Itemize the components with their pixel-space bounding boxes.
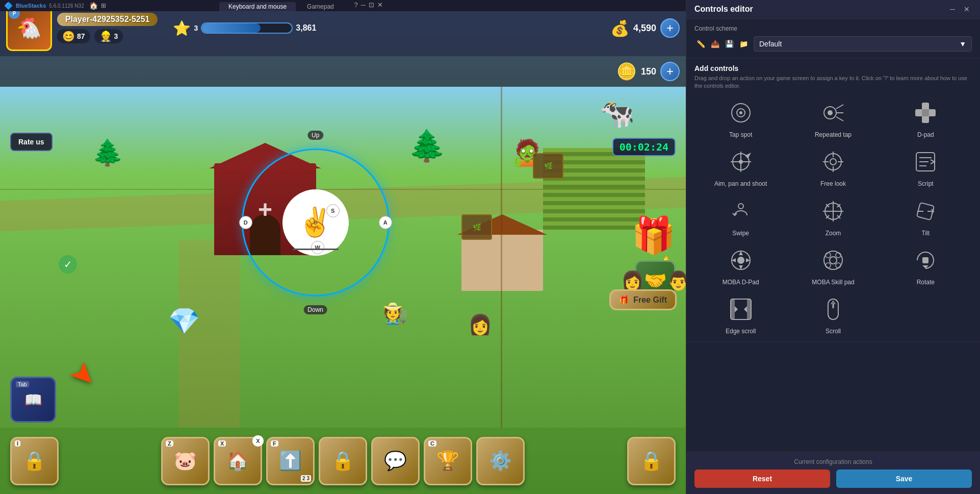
repeated-tap-label: Repeated tap <box>815 131 852 138</box>
dir-up-label: Up <box>307 131 323 140</box>
moba-dpad-icon-wrap <box>726 245 756 276</box>
panel-close-btn[interactable]: ✕ <box>962 4 972 14</box>
scheme-upload-btn[interactable]: 📁 <box>737 38 750 50</box>
toolbar-lock-right[interactable]: 🔒 <box>627 437 676 485</box>
zoom-icon-wrap <box>818 196 848 227</box>
control-aim-pan-shoot[interactable]: Aim, pan and shoot <box>699 146 783 187</box>
control-script[interactable]: Script <box>884 146 968 187</box>
toolbar-chat[interactable]: 💬 <box>371 437 420 485</box>
svg-rect-40 <box>922 257 929 263</box>
tilt-label: Tilt <box>922 230 930 237</box>
tab-game-button[interactable]: Tab 📖 <box>10 377 56 423</box>
minimize-btn[interactable]: ─ <box>361 1 366 9</box>
scheme-label: Control scheme <box>694 25 972 32</box>
add-coins-button[interactable]: + <box>660 18 680 38</box>
player-info: Player-42925352-5251 😊 87 👷 3 <box>57 13 158 43</box>
star-bar: ⭐ 3 3,861 <box>173 20 605 37</box>
svg-point-2 <box>739 111 742 114</box>
panel-minimize-btn[interactable]: ─ <box>947 4 958 14</box>
scheme-share-btn[interactable]: 📤 <box>709 38 721 50</box>
bottom-toolbar: I 🔒 Z 🐷 X 🏠 X F ⬆️ 2 3 🔒 💬 <box>0 428 686 494</box>
free-gift-box[interactable]: 🎁 Free Gift <box>609 289 677 310</box>
key-z-badge: Z <box>166 440 173 447</box>
control-edge-scroll[interactable]: Edge scroll <box>699 294 783 335</box>
reset-button[interactable]: Reset <box>694 470 830 488</box>
svg-point-36 <box>826 253 831 258</box>
control-moba-dpad[interactable]: MOBA D-Pad <box>699 245 783 286</box>
control-rotate[interactable]: Rotate <box>884 245 968 286</box>
svg-point-25 <box>738 204 743 209</box>
toolbar-house[interactable]: X 🏠 X <box>214 437 262 485</box>
control-tap-spot[interactable]: Tap spot <box>699 97 783 138</box>
toolbar-settings[interactable]: ⚙️ <box>476 437 525 485</box>
toolbar-trophy[interactable]: C 🏆 <box>424 437 472 485</box>
scheme-select[interactable]: Default ▼ <box>754 36 972 52</box>
sign-crop-2: 🌿 <box>461 214 492 240</box>
game-area: + 💎 🌲 🌲 🧑‍🌾 👩 🐄 🧟 🌿 🌿 🎁 🐔 <box>0 0 686 494</box>
svg-line-5 <box>836 105 843 109</box>
moba-dpad-icon <box>729 248 753 273</box>
control-free-look[interactable]: Free look <box>791 146 875 187</box>
worker-icon: 😊 <box>62 30 75 42</box>
repeated-tap-icon <box>821 101 845 125</box>
titlebar-actions: ─ ✕ <box>947 4 972 14</box>
tab-bar: Keyboard and mouse Gamepad <box>219 0 343 11</box>
toolbar-arrow[interactable]: F ⬆️ 2 3 <box>266 437 315 485</box>
dpad-label: D-pad <box>917 131 934 138</box>
restore-btn[interactable]: ⊡ <box>369 1 374 9</box>
toolbar-lock-left[interactable]: I 🔒 <box>10 437 59 485</box>
help-btn[interactable]: ? <box>354 1 358 9</box>
tap-spot-icon <box>729 101 753 125</box>
save-button[interactable]: Save <box>836 470 972 488</box>
add-controls-title: Add controls <box>694 64 972 72</box>
dpad-icon <box>913 101 938 125</box>
control-swipe[interactable]: Swipe <box>699 196 783 237</box>
control-moba-skill-pad[interactable]: MOBA Skill pad <box>791 245 875 286</box>
control-scheme-section: Control scheme ✏️ 📤 💾 📁 Default ▼ <box>686 19 980 58</box>
controls-grid: Tap spot Repeated tap <box>694 97 972 335</box>
sign-crop: 🌿 <box>533 153 563 179</box>
control-zoom[interactable]: Zoom <box>791 196 875 237</box>
worker2-icon: 👷 <box>99 30 112 42</box>
config-actions-label: Current configuration actions <box>694 458 972 465</box>
add-cash-button[interactable]: + <box>660 62 680 81</box>
wasd-control[interactable]: ✌️ Up Down D A S W O + <box>239 146 392 299</box>
star-icon: ⭐ <box>173 20 191 37</box>
key-o: O <box>309 216 322 229</box>
tree-2: 🌲 <box>408 128 446 164</box>
toolbar-lock-mid[interactable]: 🔒 <box>319 437 367 485</box>
scheme-edit-btn[interactable]: ✏️ <box>694 38 707 50</box>
free-look-label: Free look <box>820 180 846 187</box>
xp-bar-fill <box>202 23 260 33</box>
bs-logo-icon: 🔷 <box>4 2 13 10</box>
edge-scroll-icon-wrap <box>726 294 756 325</box>
rate-us-box[interactable]: Rate us <box>10 133 53 151</box>
tab-keyboard-mouse[interactable]: Keyboard and mouse <box>219 2 296 11</box>
scroll-label: Scroll <box>826 328 841 335</box>
control-scroll[interactable]: Scroll <box>791 294 875 335</box>
cow: 🐄 <box>600 97 635 130</box>
close-btn[interactable]: ✕ <box>377 1 383 9</box>
svg-point-38 <box>826 263 831 268</box>
svg-rect-10 <box>922 109 929 116</box>
panel-spacer <box>686 342 980 452</box>
dir-down-label: Down <box>303 305 327 314</box>
swipe-icon-wrap <box>726 196 756 227</box>
toolbar-pig[interactable]: Z 🐷 <box>161 437 210 485</box>
key-s: S <box>326 204 340 217</box>
svg-point-14 <box>739 160 743 164</box>
tab-gamepad[interactable]: Gamepad <box>298 2 343 11</box>
scheme-download-btn[interactable]: 💾 <box>723 38 735 50</box>
footer-buttons: Reset Save <box>694 470 972 488</box>
level-val: 3 <box>194 24 198 32</box>
svg-rect-43 <box>747 299 751 319</box>
moba-dpad-label: MOBA D-Pad <box>723 279 759 286</box>
window-controls: ? ─ ⊡ ✕ <box>354 1 383 9</box>
aim-pan-shoot-icon-wrap <box>726 146 756 177</box>
svg-point-16 <box>830 159 836 165</box>
num-badge-23: 2 3 <box>301 475 311 482</box>
control-repeated-tap[interactable]: Repeated tap <box>791 97 875 138</box>
add-controls-desc: Drag and drop an action on your game scr… <box>694 75 972 90</box>
control-dpad[interactable]: D-pad <box>884 97 968 138</box>
control-tilt[interactable]: Tilt <box>884 196 968 237</box>
